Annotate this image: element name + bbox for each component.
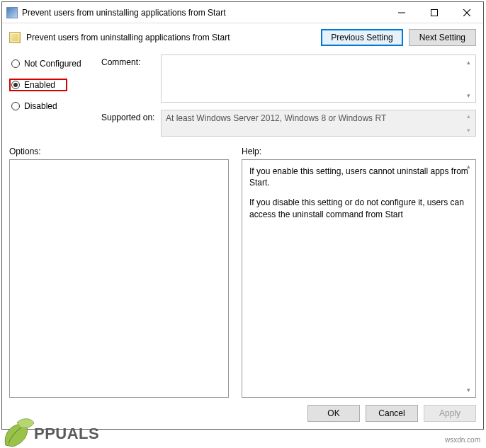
- policy-editor-window: Prevent users from uninstalling applicat…: [1, 1, 484, 430]
- options-label: Options:: [9, 147, 229, 156]
- radio-circle-icon: [11, 81, 20, 89]
- radio-circle-icon: [11, 59, 20, 68]
- radio-enabled[interactable]: Enabled: [9, 79, 67, 91]
- brand-text: PPUALS: [34, 425, 99, 443]
- scroll-down-icon[interactable]: ▾: [463, 385, 474, 396]
- help-paragraph: If you disable this setting or do not co…: [249, 197, 468, 219]
- supported-on-field: At least Windows Server 2012, Windows 8 …: [161, 110, 476, 137]
- watermark: wsxdn.com: [445, 436, 480, 444]
- policy-title: Prevent users from uninstalling applicat…: [26, 33, 315, 42]
- options-panel: [9, 159, 229, 398]
- help-panel: If you enable this setting, users cannot…: [242, 159, 476, 398]
- supported-on-text: At least Windows Server 2012, Windows 8 …: [166, 113, 386, 123]
- section-labels: Options: Help:: [9, 147, 476, 156]
- scroll-down-icon[interactable]: ▾: [463, 90, 474, 100]
- scroll-up-icon[interactable]: ▴: [463, 57, 474, 67]
- brand-logo: PPUALS: [1, 418, 99, 448]
- scroll-up-icon[interactable]: ▴: [463, 161, 474, 172]
- radio-dot-icon: [13, 83, 18, 87]
- titlebar[interactable]: Prevent users from uninstalling applicat…: [2, 2, 483, 23]
- appuals-leaf-icon: [1, 418, 35, 448]
- help-paragraph: If you enable this setting, users cannot…: [249, 166, 468, 188]
- window-controls: [385, 2, 483, 23]
- scroll-down-icon[interactable]: ▾: [463, 126, 474, 134]
- comment-textarea[interactable]: ▴ ▾: [161, 54, 476, 103]
- scroll-up-icon[interactable]: ▴: [463, 112, 474, 120]
- svg-rect-1: [431, 9, 438, 16]
- policy-icon: [9, 32, 21, 43]
- radio-not-configured[interactable]: Not Configured: [9, 57, 98, 70]
- help-label: Help:: [242, 147, 261, 156]
- previous-setting-button[interactable]: Previous Setting: [321, 29, 402, 46]
- radio-disabled[interactable]: Disabled: [9, 100, 98, 113]
- maximize-button[interactable]: [418, 2, 451, 23]
- lower-panels: If you enable this setting, users cannot…: [9, 159, 476, 398]
- settings-grid: Not Configured Enabled Disabled Comment:…: [9, 54, 476, 137]
- radio-label: Not Configured: [24, 59, 81, 69]
- radio-label: Enabled: [24, 80, 55, 90]
- minimize-button[interactable]: [385, 2, 418, 23]
- state-radios: Not Configured Enabled Disabled: [9, 54, 98, 113]
- close-button[interactable]: [451, 2, 483, 23]
- radio-circle-icon: [11, 102, 20, 110]
- radio-label: Disabled: [24, 101, 57, 111]
- window-title: Prevent users from uninstalling applicat…: [22, 8, 385, 18]
- apply-button[interactable]: Apply: [424, 405, 476, 422]
- app-icon: [6, 7, 18, 18]
- content-area: Prevent users from uninstalling applicat…: [2, 23, 483, 429]
- next-setting-button[interactable]: Next Setting: [409, 29, 476, 46]
- ok-button[interactable]: OK: [307, 405, 360, 422]
- supported-on-label: Supported on:: [101, 110, 158, 122]
- comment-label: Comment:: [101, 54, 158, 67]
- cancel-button[interactable]: Cancel: [366, 405, 418, 422]
- header-row: Prevent users from uninstalling applicat…: [9, 29, 476, 46]
